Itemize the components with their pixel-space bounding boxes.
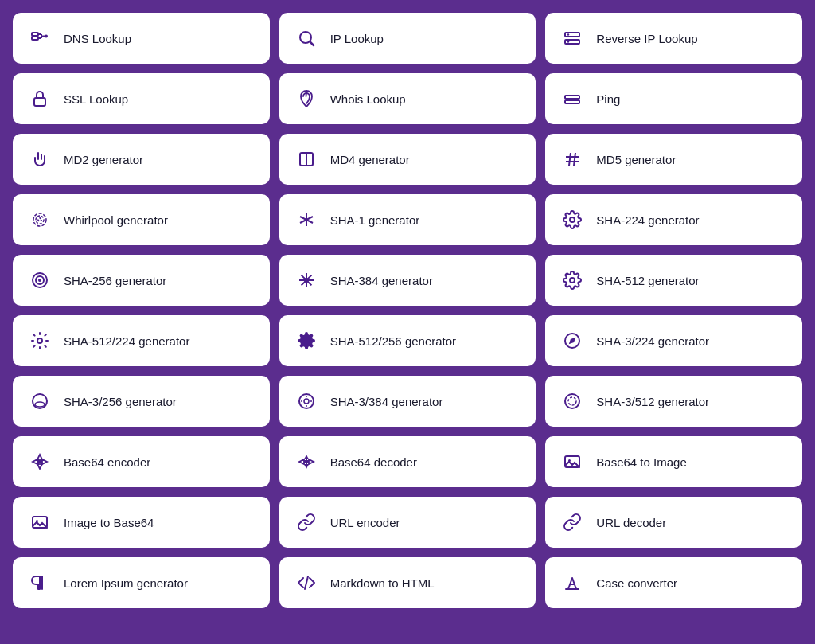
card-md2-generator[interactable]: MD2 generator <box>13 134 270 185</box>
card-sha224-generator[interactable]: SHA-224 generator <box>545 194 802 245</box>
gear2-icon <box>561 269 583 291</box>
card-sha3-384-generator[interactable]: SHA-3/384 generator <box>279 376 536 427</box>
target-icon <box>29 269 51 291</box>
lock-icon <box>29 88 51 110</box>
dns-icon <box>29 27 51 49</box>
svg-point-31 <box>38 279 41 282</box>
card-lorem-ipsum[interactable]: Lorem Ipsum generator <box>13 557 270 608</box>
card-dns-lookup[interactable]: DNS Lookup <box>13 13 270 64</box>
card-ssl-lookup[interactable]: SSL Lookup <box>13 73 270 124</box>
card-label: SHA-3/512 generator <box>596 395 709 408</box>
svg-line-55 <box>305 576 308 589</box>
card-whois-lookup[interactable]: Whois Lookup <box>279 73 536 124</box>
card-label: SHA-512/256 generator <box>330 334 456 348</box>
card-sha256-generator[interactable]: SHA-256 generator <box>13 255 270 306</box>
link2-icon <box>561 511 583 533</box>
card-label: SSL Lookup <box>64 92 128 106</box>
svg-point-11 <box>567 33 569 35</box>
card-sha512-256-generator[interactable]: SHA-512/256 generator <box>279 315 536 366</box>
svg-point-47 <box>301 400 302 402</box>
reverse-ip-icon <box>561 27 583 49</box>
card-label: Base64 decoder <box>330 455 417 469</box>
gear3-icon <box>29 330 51 352</box>
svg-point-38 <box>37 338 42 343</box>
asterisk-icon <box>295 209 318 231</box>
card-label: SHA-3/384 generator <box>330 395 443 408</box>
card-sha512-224-generator[interactable]: SHA-512/224 generator <box>13 315 270 366</box>
card-label: SHA-256 generator <box>64 274 166 287</box>
image2-icon <box>29 511 51 533</box>
card-base64-to-image[interactable]: Base64 to Image <box>545 436 802 487</box>
svg-rect-13 <box>34 98 45 106</box>
svg-rect-15 <box>565 100 579 103</box>
tools-grid: DNS LookupIP LookupReverse IP LookupSSL … <box>13 13 802 608</box>
card-label: Lorem Ipsum generator <box>64 576 188 590</box>
card-url-decoder[interactable]: URL decoder <box>545 497 802 548</box>
svg-point-46 <box>306 405 307 407</box>
svg-line-21 <box>574 153 575 166</box>
link-icon <box>295 511 318 533</box>
fingerprint-icon <box>295 88 318 110</box>
card-label: SHA-512 generator <box>596 274 699 287</box>
card-sha384-generator[interactable]: SHA-384 generator <box>279 255 536 306</box>
card-label: DNS Lookup <box>64 32 131 45</box>
card-url-encoder[interactable]: URL encoder <box>279 497 536 548</box>
card-label: SHA-384 generator <box>330 274 433 287</box>
svg-point-12 <box>567 41 569 42</box>
card-label: Whirlpool generator <box>64 213 168 227</box>
card-label: Ping <box>596 92 620 106</box>
card-base64-encoder[interactable]: Base64 encoder <box>13 436 270 487</box>
card-markdown-html[interactable]: Markdown to HTML <box>279 557 536 608</box>
diamond-arrows2-icon <box>295 451 318 473</box>
svg-rect-0 <box>32 33 38 36</box>
svg-point-49 <box>565 394 579 408</box>
card-label: Image to Base64 <box>64 516 154 529</box>
svg-point-22 <box>38 218 41 221</box>
gear4-icon <box>295 330 318 352</box>
search-icon <box>295 27 318 49</box>
card-label: Base64 encoder <box>64 455 150 469</box>
card-reverse-ip-lookup[interactable]: Reverse IP Lookup <box>545 13 802 64</box>
card-case-converter[interactable]: Case converter <box>545 557 802 608</box>
card-sha3-224-generator[interactable]: SHA-3/224 generator <box>545 315 802 366</box>
svg-rect-14 <box>565 96 579 99</box>
card-label: SHA-1 generator <box>330 213 420 227</box>
image-icon <box>561 451 583 473</box>
svg-point-48 <box>310 400 312 402</box>
card-label: Reverse IP Lookup <box>596 32 697 45</box>
card-label: IP Lookup <box>330 32 384 45</box>
card-label: SHA-3/256 generator <box>64 395 177 408</box>
compass-icon <box>561 330 583 352</box>
hand-icon <box>29 148 51 170</box>
card-md4-generator[interactable]: MD4 generator <box>279 134 536 185</box>
card-label: MD5 generator <box>596 153 676 166</box>
card-whirlpool-generator[interactable]: Whirlpool generator <box>13 194 270 245</box>
svg-rect-9 <box>565 33 579 37</box>
card-ping[interactable]: Ping <box>545 73 802 124</box>
svg-point-6 <box>45 35 48 38</box>
card-sha512-generator[interactable]: SHA-512 generator <box>545 255 802 306</box>
gear-icon <box>561 209 583 231</box>
card-label: URL encoder <box>330 516 400 529</box>
diamond-arrows-icon <box>29 451 51 473</box>
card-sha1-generator[interactable]: SHA-1 generator <box>279 194 536 245</box>
snowflake-icon <box>295 269 318 291</box>
card-label: MD4 generator <box>330 153 410 166</box>
card-label: SHA-512/224 generator <box>64 334 189 348</box>
card-base64-decoder[interactable]: Base64 decoder <box>279 436 536 487</box>
card-label: SHA-3/224 generator <box>596 334 709 348</box>
card-ip-lookup[interactable]: IP Lookup <box>279 13 536 64</box>
card-image-to-base64[interactable]: Image to Base64 <box>13 497 270 548</box>
minus-circle-icon <box>29 390 51 412</box>
card-label: SHA-224 generator <box>596 213 699 227</box>
svg-point-37 <box>570 278 575 283</box>
svg-point-50 <box>568 397 576 405</box>
card-md5-generator[interactable]: MD5 generator <box>545 134 802 185</box>
paragraph-icon <box>29 572 51 594</box>
card-sha3-256-generator[interactable]: SHA-3/256 generator <box>13 376 270 427</box>
circle-thin-icon <box>561 390 583 412</box>
code-icon <box>295 572 318 594</box>
card-sha3-512-generator[interactable]: SHA-3/512 generator <box>545 376 802 427</box>
card-label: Markdown to HTML <box>330 576 435 590</box>
svg-line-20 <box>569 153 571 166</box>
